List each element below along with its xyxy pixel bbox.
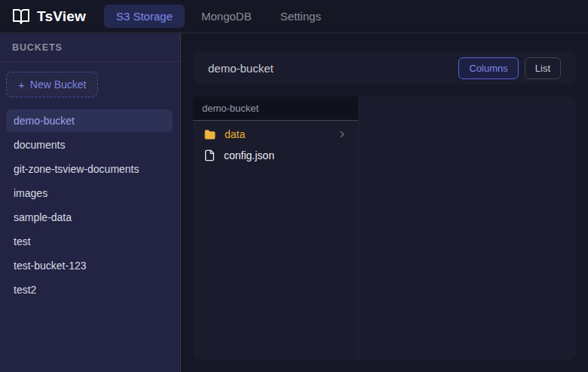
bucket-item-demo-bucket[interactable]: demo-bucket bbox=[6, 109, 173, 132]
entry-row-data[interactable]: data bbox=[198, 124, 354, 145]
buckets-sidebar: BUCKETS + New Bucket demo-bucket documen… bbox=[0, 33, 181, 372]
entry-list: data bbox=[193, 121, 358, 169]
app-logo: TsView bbox=[12, 8, 86, 26]
entry-row-config-json[interactable]: config.json bbox=[198, 145, 354, 166]
file-browser: demo-bucket data bbox=[193, 97, 576, 360]
main-content: demo-bucket Columns List demo-bucket bbox=[181, 33, 588, 372]
new-bucket-button[interactable]: + New Bucket bbox=[6, 72, 98, 97]
bucket-list: demo-bucket documents git-zone-tsview-do… bbox=[0, 105, 180, 306]
bucket-item-test2[interactable]: test2 bbox=[6, 278, 173, 301]
app-title: TsView bbox=[37, 8, 86, 25]
column-header: demo-bucket bbox=[193, 97, 358, 121]
tab-mongodb[interactable]: MongoDB bbox=[189, 5, 264, 28]
bucket-item-test[interactable]: test bbox=[6, 230, 173, 253]
bucket-item-documents[interactable]: documents bbox=[6, 134, 173, 156]
columns-view-button[interactable]: Columns bbox=[458, 57, 518, 79]
new-bucket-label: New Bucket bbox=[30, 78, 87, 91]
sidebar-section-title: BUCKETS bbox=[0, 33, 180, 62]
browser-column-demo-bucket: demo-bucket data bbox=[193, 97, 359, 360]
bucket-header-bar: demo-bucket Columns List bbox=[193, 51, 576, 85]
folder-icon bbox=[204, 128, 216, 141]
bucket-item-images[interactable]: images bbox=[6, 182, 173, 204]
bucket-item-test-bucket-123[interactable]: test-bucket-123 bbox=[6, 254, 173, 277]
file-icon bbox=[204, 149, 216, 161]
app-header: TsView S3 Storage MongoDB Settings bbox=[0, 0, 588, 33]
book-open-icon bbox=[12, 8, 30, 26]
view-toggle: Columns List bbox=[458, 57, 561, 79]
bucket-item-git-zone-tsview-documents[interactable]: git-zone-tsview-documents bbox=[6, 158, 173, 180]
entry-label: config.json bbox=[224, 149, 274, 161]
main-nav: S3 Storage MongoDB Settings bbox=[104, 5, 333, 28]
tab-s3-storage[interactable]: S3 Storage bbox=[104, 5, 185, 28]
tab-settings[interactable]: Settings bbox=[268, 5, 333, 28]
plus-icon: + bbox=[18, 79, 25, 91]
bucket-item-sample-data[interactable]: sample-data bbox=[6, 206, 173, 229]
bucket-title: demo-bucket bbox=[208, 62, 274, 75]
entry-label: data bbox=[225, 128, 245, 140]
chevron-right-icon bbox=[337, 129, 348, 140]
list-view-button[interactable]: List bbox=[525, 57, 561, 79]
app-window: TsView S3 Storage MongoDB Settings BUCKE… bbox=[0, 0, 588, 372]
